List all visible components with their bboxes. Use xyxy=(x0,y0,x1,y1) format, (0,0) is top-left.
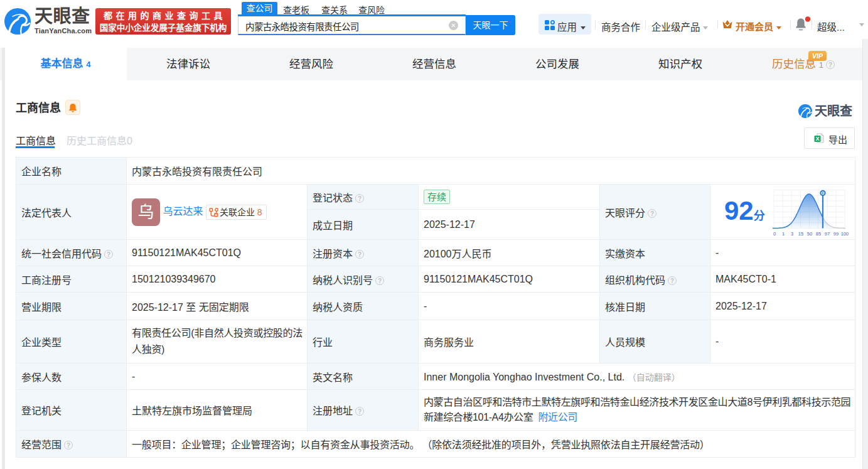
svg-text:0: 0 xyxy=(773,231,776,237)
svg-text:50: 50 xyxy=(807,231,812,237)
svg-text:100: 100 xyxy=(841,231,849,237)
svg-text:15: 15 xyxy=(798,231,803,237)
svg-text:1: 1 xyxy=(782,231,785,237)
svg-text:97: 97 xyxy=(825,231,830,237)
svg-text:99: 99 xyxy=(833,231,839,237)
svg-text:X: X xyxy=(816,136,820,142)
svg-text:企: 企 xyxy=(214,212,218,217)
svg-text:3: 3 xyxy=(791,231,793,237)
svg-text:85: 85 xyxy=(816,231,821,237)
